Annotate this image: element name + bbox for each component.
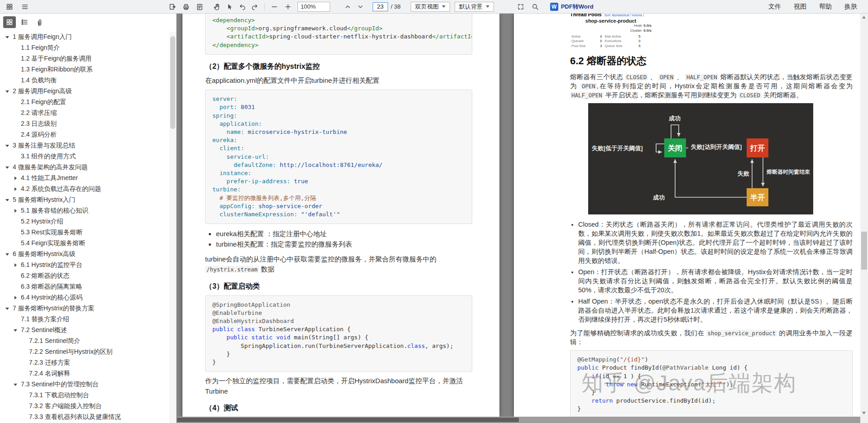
view-mode-label: 双页视图	[415, 3, 439, 11]
toc-item[interactable]: 2.2 请求压缩	[0, 108, 169, 119]
zoom-out-button[interactable]	[269, 1, 280, 12]
toc-open-triangle-icon[interactable]	[5, 305, 11, 312]
toc-item[interactable]: 3.1 组件的使用方式	[0, 151, 169, 162]
toc-closed-triangle-icon[interactable]	[13, 208, 19, 214]
toc-item[interactable]: 5.4 Feign实现服务熔断	[0, 238, 169, 249]
toc-item[interactable]: 5.1 服务容错的核心知识	[0, 205, 169, 216]
toc-item[interactable]: 6.4 Hystrix的核心源码	[0, 292, 169, 303]
toc-open-triangle-icon[interactable]	[5, 164, 11, 171]
toc-open-triangle-icon[interactable]	[5, 143, 11, 149]
attachments-button[interactable]	[33, 16, 46, 28]
toc-open-triangle-icon[interactable]	[5, 88, 11, 95]
prev-page-button[interactable]	[342, 1, 354, 12]
toc-item[interactable]: 6 服务熔断Hystrix高级	[0, 249, 169, 260]
toc-open-triangle-icon[interactable]	[5, 34, 11, 40]
pdf-to-word-button[interactable]: W PDF转Word	[550, 3, 594, 11]
toc-item-label: 3.1 组件的使用方式	[21, 152, 76, 161]
diagram-label-success-top: 成功	[668, 115, 681, 122]
toc-item[interactable]: 2.1 Feign的配置	[0, 97, 169, 108]
sidebar-scrollbar-thumb[interactable]	[170, 36, 175, 129]
vertical-scrollbar[interactable]	[860, 14, 868, 417]
fullscreen-icon	[517, 3, 525, 11]
toc-item[interactable]: 5.2 Hystrix介绍	[0, 216, 169, 227]
toc-item[interactable]: 7.2.4 名词解释	[0, 368, 169, 379]
toc-item[interactable]: 2 服务调用Feign高级	[0, 86, 169, 97]
dash-stat-value: 3	[596, 44, 604, 49]
toc-item[interactable]: 1 服务调用Feign入门	[0, 32, 169, 43]
toc-item[interactable]: 7.2 Sentinel概述	[0, 325, 169, 336]
bullet-item: eureka相关配置 ：指定注册中心地址	[216, 228, 472, 239]
top-menu-item[interactable]: 换肤	[844, 3, 857, 11]
annotate-button[interactable]	[194, 1, 206, 12]
toc-item[interactable]: 1.3 Feign和Ribbon的联系	[0, 64, 169, 75]
page-number-input[interactable]	[373, 2, 388, 11]
toc-item[interactable]: 7.2.1 Sentinel简介	[0, 336, 169, 347]
bookmarks-sidebar: 1 服务调用Feign入门1.1 Feign简介1.2 基于Feign的服务调用…	[0, 14, 177, 423]
toc-item[interactable]: 1.1 Feign简介	[0, 43, 169, 53]
toc-closed-triangle-icon[interactable]	[13, 295, 19, 301]
toc-item[interactable]: 4.1 性能工具Jmetter	[0, 173, 169, 184]
toc-item[interactable]: 7.2.2 Sentinel与Hystrix的区别	[0, 347, 169, 357]
next-page-button[interactable]	[355, 1, 366, 12]
outline-view-button[interactable]	[18, 16, 31, 28]
background-dropdown[interactable]: 默认背景	[455, 2, 494, 12]
export-button[interactable]	[167, 1, 178, 12]
top-menu-item[interactable]: 帮助	[819, 3, 832, 11]
zoom-in-button[interactable]	[282, 1, 294, 12]
diagram-label-fail-below: 失败[低于开关阈值]	[592, 145, 643, 152]
vertical-scrollbar-thumb[interactable]	[861, 232, 867, 270]
thumbnails-view-button[interactable]	[3, 16, 16, 28]
toc-item[interactable]: 1.2 基于Feign的服务调用	[0, 53, 169, 64]
sidebar-scrollbar[interactable]	[169, 32, 176, 423]
toc-item[interactable]: 7.3.3 查看机器列表以及健康情况	[0, 412, 169, 423]
toc-item[interactable]: 7.1 替换方案介绍	[0, 314, 169, 325]
view-mode-dropdown[interactable]: 双页视图	[411, 2, 450, 12]
pdf-to-word-label: PDF转Word	[561, 3, 594, 11]
select-tool-button[interactable]	[224, 1, 235, 12]
toc-item[interactable]: 6.3 熔断器的隔离策略	[0, 281, 169, 292]
toc-closed-triangle-icon[interactable]	[13, 175, 19, 181]
toc-item[interactable]: 3 服务注册与发现总结	[0, 140, 169, 151]
toc-item[interactable]: 4.2 系统负载过高存在的问题	[0, 184, 169, 195]
toc-item[interactable]: 1.4 负载均衡	[0, 75, 169, 86]
toc-item[interactable]: 5.3 Rest实现服务熔断	[0, 227, 169, 238]
search-button[interactable]	[529, 1, 541, 12]
top-menu-item[interactable]: 文件	[768, 3, 781, 11]
top-menu-item[interactable]: 视图	[794, 3, 806, 11]
toc-item-label: 6 服务熔断Hystrix高级	[13, 250, 75, 258]
redo-button[interactable]	[249, 1, 261, 12]
hand-tool-button[interactable]	[211, 1, 223, 12]
toc-item[interactable]: 6.1 Hystrix的监控平台	[0, 260, 169, 271]
toc-item[interactable]: 7.3.2 客户端能接入控制台	[0, 401, 169, 412]
sidebar-toggle-button[interactable]	[19, 1, 31, 12]
undo-button[interactable]	[236, 1, 248, 12]
toc-item[interactable]: 7.2.3 迁移方案	[0, 357, 169, 368]
toc-open-triangle-icon[interactable]	[13, 327, 19, 333]
toc-closed-triangle-icon[interactable]	[13, 262, 19, 268]
scroll-down-arrow-icon[interactable]	[862, 412, 866, 414]
horizontal-scrollbar-thumb[interactable]	[177, 418, 519, 422]
toc-item[interactable]: 7 服务熔断Hystrix的替换方案	[0, 303, 169, 314]
chevron-up-icon	[344, 3, 352, 11]
toc-item[interactable]: 4 微服务架构的高并发问题	[0, 162, 169, 173]
toc-item[interactable]: 7.3.1 下载启动控制台	[0, 390, 169, 401]
toc-item-label: 1.1 Feign简介	[21, 44, 60, 52]
toc-item[interactable]: 2.4 源码分析	[0, 129, 169, 140]
scroll-up-arrow-icon[interactable]	[862, 16, 866, 19]
fullscreen-button[interactable]	[515, 1, 527, 12]
toc-closed-triangle-icon[interactable]	[13, 186, 19, 192]
toc-open-triangle-icon[interactable]	[13, 381, 19, 388]
zoom-level-input[interactable]	[297, 2, 330, 12]
minus-icon	[270, 3, 278, 11]
horizontal-scrollbar[interactable]	[177, 417, 860, 423]
toc-item[interactable]: 6.2 熔断器的状态	[0, 271, 169, 281]
toc-item[interactable]: 7.3 Sentinel中的管理控制台	[0, 379, 169, 390]
toc-open-triangle-icon[interactable]	[5, 197, 11, 203]
dash-stat-value: 0	[596, 39, 604, 44]
toc-item-label: 5.2 Hystrix介绍	[21, 218, 63, 226]
toc-item[interactable]: 5 服务熔断Hystrix入门	[0, 195, 169, 205]
print-button[interactable]	[180, 1, 192, 12]
toc-open-triangle-icon[interactable]	[5, 251, 11, 257]
text-run: ,在等待到指定的时间，Hystrix会定期检测服务是否可用，这期间熔断器会变为	[597, 82, 853, 90]
toc-item[interactable]: 2.3 日志级别	[0, 119, 169, 129]
